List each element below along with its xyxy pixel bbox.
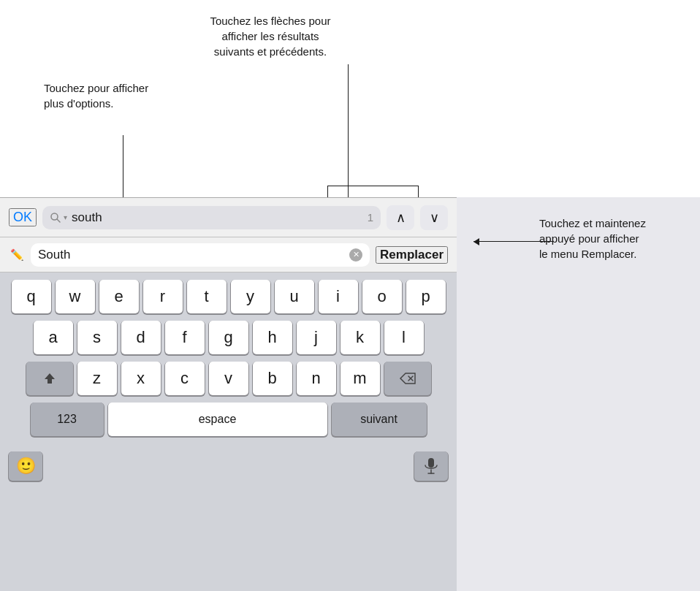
key-z[interactable]: z	[77, 362, 117, 395]
callout-options-text: Touchez pour afficher plus d'options.	[44, 80, 205, 111]
replace-box[interactable]: South ✕	[31, 243, 370, 267]
key-q[interactable]: q	[12, 280, 51, 313]
key-j[interactable]: j	[297, 321, 336, 354]
microphone-button[interactable]	[414, 451, 448, 481]
key-row-4: 123 espace suivant	[3, 403, 454, 436]
key-a[interactable]: a	[34, 321, 73, 354]
key-o[interactable]: o	[362, 280, 402, 313]
key-row-1: q w e r t y u i o p	[3, 280, 454, 313]
numbers-button[interactable]: 123	[31, 403, 104, 436]
key-v[interactable]: v	[209, 362, 248, 395]
search-options-chevron: ▾	[64, 213, 67, 221]
shift-button[interactable]	[26, 362, 73, 395]
prev-result-button[interactable]: ∧	[387, 205, 414, 230]
key-x[interactable]: x	[121, 362, 161, 395]
replace-row: ✏️ South ✕ Remplacer	[0, 237, 457, 272]
key-f[interactable]: f	[165, 321, 205, 354]
key-y[interactable]: y	[231, 280, 270, 313]
key-n[interactable]: n	[297, 362, 336, 395]
key-u[interactable]: u	[275, 280, 314, 313]
search-icon-wrap[interactable]: ▾	[50, 212, 67, 224]
arrow-line-replace	[473, 241, 554, 243]
key-row-3: z x c v b n m	[3, 362, 454, 395]
key-p[interactable]: p	[406, 280, 446, 313]
key-k[interactable]: k	[341, 321, 380, 354]
key-t[interactable]: t	[187, 280, 227, 313]
key-h[interactable]: h	[253, 321, 292, 354]
backspace-button[interactable]	[384, 362, 431, 395]
next-button[interactable]: suivant	[332, 403, 427, 436]
next-result-button[interactable]: ∨	[420, 205, 448, 230]
callout-replace-text: Touchez et maintenez appuyé pour affiche…	[539, 216, 685, 262]
key-m[interactable]: m	[341, 362, 380, 395]
key-w[interactable]: w	[56, 280, 95, 313]
key-l[interactable]: l	[384, 321, 424, 354]
search-count: 1	[368, 211, 373, 224]
microphone-icon	[424, 457, 438, 475]
key-b[interactable]: b	[253, 362, 292, 395]
space-button[interactable]: espace	[108, 403, 327, 436]
emoji-button[interactable]: 🙂	[9, 451, 42, 481]
bottom-row: 🙂	[0, 446, 457, 486]
search-row: OK ▾ south 1 ∧ ∨	[0, 198, 457, 237]
annotation-area: Touchez les flèches pour afficher les ré…	[0, 0, 700, 197]
clear-icon: ✕	[353, 250, 359, 259]
svg-line-1	[57, 219, 60, 222]
key-row-2: a s d f g h j k l	[3, 321, 454, 354]
keyboard-area: q w e r t y u i o p a s d f g h j k l	[0, 272, 457, 446]
arrow-line-arrows	[348, 64, 349, 203]
shift-icon	[42, 371, 57, 386]
search-text: south	[72, 210, 363, 225]
clear-replace-button[interactable]: ✕	[349, 248, 362, 262]
callout-arrows-text: Touchez les flèches pour afficher les ré…	[146, 13, 395, 59]
svg-rect-4	[428, 458, 434, 468]
search-box: ▾ south 1	[42, 206, 381, 229]
backspace-icon	[399, 372, 416, 385]
search-icon	[50, 212, 61, 224]
emoji-icon: 🙂	[16, 457, 36, 476]
chevron-down-icon: ∨	[430, 210, 439, 226]
key-r[interactable]: r	[143, 280, 183, 313]
ok-button[interactable]: OK	[9, 208, 37, 226]
replace-button[interactable]: Remplacer	[376, 246, 448, 264]
key-d[interactable]: d	[121, 321, 161, 354]
key-c[interactable]: c	[165, 362, 205, 395]
key-g[interactable]: g	[209, 321, 248, 354]
keyboard-panel: OK ▾ south 1 ∧ ∨ ✏️ South ✕	[0, 197, 457, 591]
pencil-icon: ✏️	[9, 248, 25, 262]
key-e[interactable]: e	[99, 280, 139, 313]
chevron-up-icon: ∧	[396, 210, 406, 226]
key-s[interactable]: s	[77, 321, 117, 354]
replace-text: South	[38, 248, 345, 262]
key-i[interactable]: i	[319, 280, 358, 313]
